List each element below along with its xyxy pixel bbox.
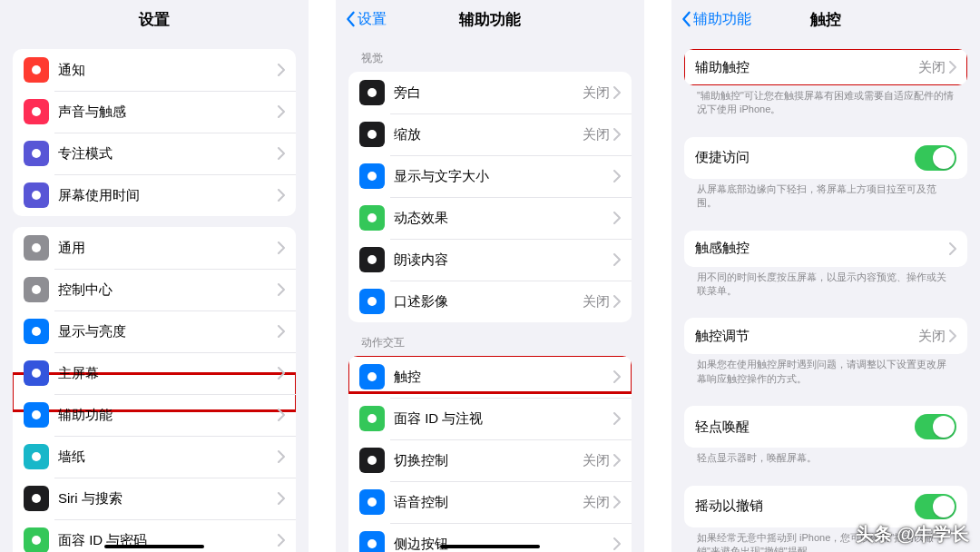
- back-button[interactable]: 辅助功能: [681, 0, 751, 38]
- chevron-right-icon: [278, 283, 285, 296]
- svg-point-3: [32, 191, 41, 200]
- svg-point-17: [368, 130, 377, 139]
- settings-row[interactable]: 专注模式: [13, 133, 296, 174]
- row-label: 动态效果: [394, 210, 613, 227]
- row-label: 便捷访问: [695, 149, 915, 166]
- section-motor: 动作交互: [336, 322, 644, 354]
- settings-row[interactable]: 朗读内容: [348, 239, 632, 281]
- row-label: 显示与文字大小: [394, 168, 613, 185]
- nav-header: 辅助功能 触控: [671, 0, 980, 38]
- toggle-on[interactable]: [915, 494, 956, 519]
- chevron-right-icon: [278, 189, 285, 202]
- taptowake-group: 轻点唤醒: [684, 406, 967, 448]
- svg-point-11: [32, 536, 41, 545]
- voice-icon: [359, 489, 385, 515]
- svg-point-5: [32, 285, 41, 294]
- toggle-on[interactable]: [915, 414, 956, 439]
- svg-point-20: [368, 255, 377, 264]
- row-label: 显示与亮度: [58, 323, 278, 340]
- section-vision: 视觉: [336, 38, 644, 70]
- zoom-icon: [359, 122, 385, 147]
- row-label: 墙纸: [58, 448, 278, 466]
- settings-row[interactable]: 面容 ID 与注视: [348, 398, 632, 439]
- settings-row[interactable]: Siri 与搜索: [13, 478, 296, 519]
- taptowake-row[interactable]: 轻点唤醒: [684, 406, 967, 448]
- reachability-group: 便捷访问: [684, 137, 967, 179]
- settings-row[interactable]: 声音与触感: [13, 91, 296, 133]
- row-label: 面容 ID 与注视: [394, 410, 613, 428]
- settings-row[interactable]: 切换控制 关闭: [348, 439, 632, 481]
- chevron-right-icon: [949, 330, 956, 342]
- settings-row[interactable]: 旁白 关闭: [348, 72, 632, 113]
- settings-row[interactable]: 触控: [348, 356, 632, 398]
- svg-point-23: [368, 414, 377, 423]
- gear-icon: [24, 235, 49, 261]
- sliders-icon: [24, 277, 49, 302]
- accessibility-icon: [24, 402, 49, 428]
- settings-row[interactable]: 显示与亮度: [13, 310, 296, 352]
- svg-point-7: [32, 369, 41, 378]
- settings-row[interactable]: 通知: [13, 49, 296, 91]
- note: 用不同的时间长度按压屏幕，以显示内容预览、操作或关联菜单。: [671, 267, 980, 308]
- svg-point-2: [32, 149, 41, 158]
- chevron-right-icon: [613, 295, 621, 308]
- toggle-on[interactable]: [915, 145, 956, 171]
- chevron-right-icon: [613, 170, 621, 182]
- settings-row[interactable]: 辅助功能: [13, 394, 296, 436]
- back-label: 设置: [358, 10, 387, 29]
- accommodation-group: 触控调节 关闭: [684, 318, 967, 354]
- back-label: 辅助功能: [693, 10, 751, 29]
- settings-row[interactable]: 屏幕使用时间: [13, 174, 296, 216]
- settings-row[interactable]: 通用: [13, 227, 296, 269]
- page-title: 设置: [139, 9, 170, 30]
- shake-row[interactable]: 摇动以撤销: [684, 486, 967, 527]
- settings-row[interactable]: 显示与文字大小: [348, 155, 632, 197]
- row-label: 辅助功能: [58, 407, 278, 424]
- chevron-right-icon: [949, 242, 956, 255]
- shake-group: 摇动以撤销: [684, 486, 967, 527]
- row-label: 触感触控: [695, 240, 949, 257]
- row-value: 关闭: [583, 126, 610, 143]
- chevron-right-icon: [613, 496, 621, 508]
- reachability-row[interactable]: 便捷访问: [684, 137, 967, 179]
- row-label: 语音控制: [394, 494, 583, 511]
- chevron-right-icon: [613, 212, 621, 224]
- settings-row[interactable]: 语音控制 关闭: [348, 481, 632, 523]
- settings-row[interactable]: 控制中心: [13, 269, 296, 310]
- settings-row[interactable]: 缩放 关闭: [348, 113, 632, 155]
- switch-icon: [359, 448, 385, 473]
- siri-icon: [24, 486, 49, 511]
- assistive-touch-group: 辅助触控 关闭: [684, 49, 967, 85]
- chevron-right-icon: [278, 534, 285, 547]
- assistive-touch-row[interactable]: 辅助触控 关闭: [684, 49, 967, 85]
- svg-point-8: [32, 410, 41, 419]
- chevron-right-icon: [613, 454, 621, 467]
- row-label: 口述影像: [394, 293, 583, 310]
- chevron-right-icon: [278, 325, 285, 338]
- settings-row[interactable]: 口述影像 关闭: [348, 281, 632, 322]
- row-label: 朗读内容: [394, 251, 613, 269]
- voiceover-icon: [359, 80, 385, 105]
- text-size-icon: [24, 319, 49, 344]
- settings-row[interactable]: 墙纸: [13, 436, 296, 478]
- back-button[interactable]: 设置: [345, 0, 387, 38]
- chevron-right-icon: [278, 492, 285, 505]
- note: "辅助触控"可让您在触摸屏幕有困难或需要自适应配件的情况下使用 iPhone。: [671, 85, 980, 126]
- accommodation-row[interactable]: 触控调节 关闭: [684, 318, 967, 354]
- row-label: 切换控制: [394, 452, 583, 469]
- row-label: 旁白: [394, 84, 583, 102]
- settings-row[interactable]: 动态效果: [348, 197, 632, 239]
- svg-point-4: [32, 243, 41, 252]
- settings-screen: 设置 通知 声音与触感 专注模式 屏幕使用时间 通用 控制中心 显示与亮度 主屏…: [0, 0, 309, 552]
- haptic-row[interactable]: 触感触控: [684, 231, 967, 267]
- faceid-icon: [24, 527, 49, 552]
- row-value: 关闭: [583, 452, 610, 469]
- settings-row[interactable]: 主屏幕: [13, 352, 296, 394]
- row-label: 轻点唤醒: [695, 419, 915, 436]
- svg-point-6: [32, 327, 41, 336]
- note: 如果经常无意中摇动到 iPhone，您可以停用"摇动以撤销"来避免出现"撤销"提…: [671, 527, 980, 552]
- svg-point-18: [368, 172, 377, 181]
- speaker-icon: [24, 99, 49, 124]
- svg-point-10: [32, 494, 41, 503]
- page-title: 触控: [810, 9, 841, 30]
